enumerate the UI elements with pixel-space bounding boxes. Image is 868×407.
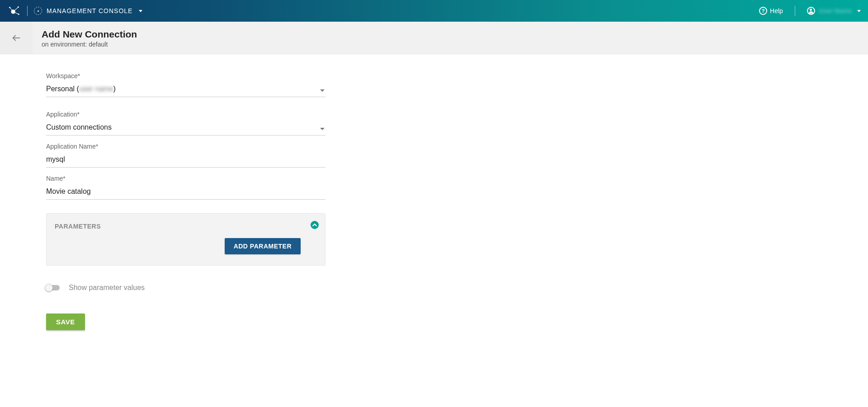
help-icon: ? [759,7,767,15]
application-name-input[interactable] [46,153,326,168]
show-parameter-values-label: Show parameter values [69,284,145,292]
divider [27,6,28,16]
name-input[interactable] [46,185,326,200]
topbar: MANAGEMENT CONSOLE ? Help User Name [0,0,868,22]
name-label: Name* [46,175,326,182]
user-name: User Name [819,7,852,14]
connection-form: Workspace* Personal (user name) Applicat… [46,72,326,330]
parameters-title: PARAMETERS [55,223,317,230]
application-select[interactable]: Custom connections [46,121,326,136]
add-parameter-button[interactable]: ADD PARAMETER [225,238,301,254]
page-subtitle: on environment: default [42,41,137,48]
page-header: Add New Connection on environment: defau… [0,22,868,54]
logo-icon [7,4,21,18]
divider [795,6,795,16]
help-link[interactable]: ? Help [759,7,783,15]
app-switcher[interactable]: MANAGEMENT CONSOLE [34,7,142,15]
collapse-button[interactable] [311,221,319,229]
svg-line-5 [13,7,18,12]
target-icon [34,7,42,15]
chevron-down-icon [857,10,861,12]
application-label: Application* [46,111,326,118]
app-title: MANAGEMENT CONSOLE [47,7,132,14]
chevron-up-icon [312,223,317,227]
arrow-left-icon [11,33,21,43]
toggle-knob [45,284,53,292]
parameters-panel: PARAMETERS ADD PARAMETER [46,213,326,266]
application-name-label: Application Name* [46,143,326,150]
workspace-select[interactable]: Personal (user name) [46,82,326,97]
user-menu[interactable]: User Name [807,7,861,15]
workspace-label: Workspace* [46,72,326,80]
page-title: Add New Connection [42,29,137,40]
back-button[interactable] [0,22,33,54]
product-logo[interactable] [7,4,21,18]
help-label: Help [770,7,783,14]
show-parameter-values-toggle[interactable] [46,285,60,290]
user-icon [807,7,815,15]
save-button[interactable]: SAVE [46,313,85,330]
chevron-down-icon [139,10,142,12]
